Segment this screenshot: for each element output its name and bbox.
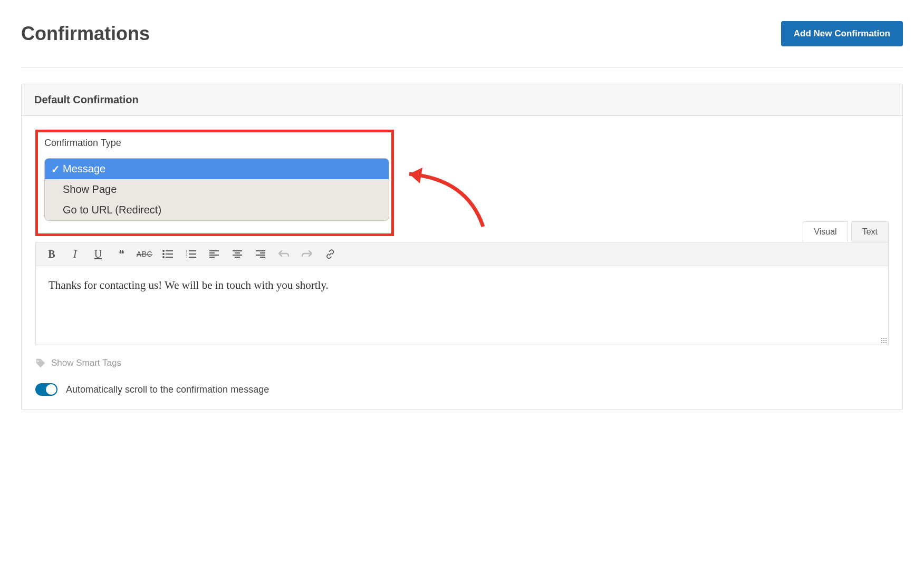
- smart-tags-label: Show Smart Tags: [51, 358, 121, 368]
- align-center-icon: [233, 250, 242, 258]
- svg-text:3: 3: [186, 256, 187, 258]
- editor-content[interactable]: Thanks for contacting us! We will be in …: [35, 266, 889, 345]
- svg-rect-13: [209, 250, 219, 251]
- svg-rect-17: [233, 250, 242, 251]
- svg-rect-2: [166, 250, 173, 251]
- undo-icon: [278, 250, 289, 258]
- svg-rect-19: [233, 255, 242, 256]
- svg-rect-22: [260, 252, 265, 253]
- auto-scroll-row: Automatically scroll to the confirmation…: [35, 383, 889, 396]
- tab-text[interactable]: Text: [851, 221, 889, 242]
- editor-text: Thanks for contacting us! We will be in …: [49, 279, 329, 291]
- svg-point-3: [162, 253, 165, 255]
- italic-icon: I: [73, 248, 77, 260]
- svg-rect-23: [256, 255, 265, 256]
- svg-rect-15: [209, 255, 219, 256]
- align-center-button[interactable]: [227, 245, 248, 264]
- quote-icon: ❝: [119, 248, 124, 260]
- tag-icon: [35, 358, 46, 368]
- numbered-list-icon: 123: [186, 250, 196, 258]
- bullet-list-button[interactable]: [157, 245, 178, 264]
- tab-visual[interactable]: Visual: [803, 221, 848, 242]
- svg-point-1: [162, 250, 165, 252]
- svg-rect-24: [260, 257, 265, 258]
- svg-rect-6: [166, 257, 173, 258]
- toggle-knob: [46, 384, 56, 395]
- svg-rect-14: [209, 252, 215, 253]
- confirmation-panel: Default Confirmation Confirmation Type M…: [21, 84, 903, 410]
- resize-grip-icon[interactable]: [881, 337, 887, 344]
- svg-rect-20: [235, 257, 240, 258]
- editor-container: Visual Text B I U ❝ ABC 123: [35, 221, 889, 345]
- bold-icon: B: [48, 248, 55, 260]
- arrow-annotation-icon: [393, 158, 499, 232]
- confirmation-type-highlight: Confirmation Type Message Show Page Go t…: [35, 130, 394, 236]
- page-header: Confirmations Add New Confirmation: [21, 21, 903, 68]
- panel-body: Confirmation Type Message Show Page Go t…: [22, 116, 902, 409]
- dropdown-option-message[interactable]: Message: [45, 159, 389, 179]
- svg-rect-18: [235, 252, 240, 253]
- bold-button[interactable]: B: [41, 245, 62, 264]
- show-smart-tags-link[interactable]: Show Smart Tags: [35, 358, 889, 368]
- dropdown-option-show-page[interactable]: Show Page: [45, 179, 389, 200]
- align-right-icon: [256, 250, 265, 258]
- strike-icon: ABC: [137, 250, 152, 258]
- svg-rect-10: [189, 253, 196, 255]
- align-right-button[interactable]: [250, 245, 271, 264]
- link-button[interactable]: [320, 245, 341, 264]
- dropdown-option-redirect[interactable]: Go to URL (Redirect): [45, 200, 389, 220]
- editor-toolbar: B I U ❝ ABC 123: [35, 242, 889, 266]
- auto-scroll-label: Automatically scroll to the confirmation…: [66, 384, 269, 395]
- align-left-button[interactable]: [204, 245, 225, 264]
- redo-icon: [302, 250, 312, 258]
- underline-icon: U: [94, 248, 102, 260]
- blockquote-button[interactable]: ❝: [111, 245, 132, 264]
- confirmation-type-label: Confirmation Type: [44, 138, 389, 149]
- italic-button[interactable]: I: [64, 245, 85, 264]
- align-left-icon: [209, 250, 219, 258]
- add-new-confirmation-button[interactable]: Add New Confirmation: [781, 21, 903, 46]
- link-icon: [325, 249, 335, 259]
- strikethrough-button[interactable]: ABC: [134, 245, 155, 264]
- numbered-list-button[interactable]: 123: [180, 245, 201, 264]
- svg-rect-8: [189, 250, 196, 251]
- bullet-list-icon: [162, 250, 173, 258]
- undo-button[interactable]: [273, 245, 294, 264]
- redo-button[interactable]: [296, 245, 317, 264]
- underline-button[interactable]: U: [88, 245, 109, 264]
- svg-rect-4: [166, 253, 173, 255]
- svg-rect-16: [209, 257, 215, 258]
- page-title: Confirmations: [21, 23, 150, 45]
- svg-rect-12: [189, 257, 196, 258]
- svg-rect-21: [256, 250, 265, 251]
- svg-point-5: [162, 256, 165, 258]
- panel-title: Default Confirmation: [22, 84, 902, 116]
- svg-marker-0: [409, 168, 422, 183]
- auto-scroll-toggle[interactable]: [35, 383, 57, 396]
- confirmation-type-dropdown[interactable]: Message Show Page Go to URL (Redirect): [44, 158, 389, 221]
